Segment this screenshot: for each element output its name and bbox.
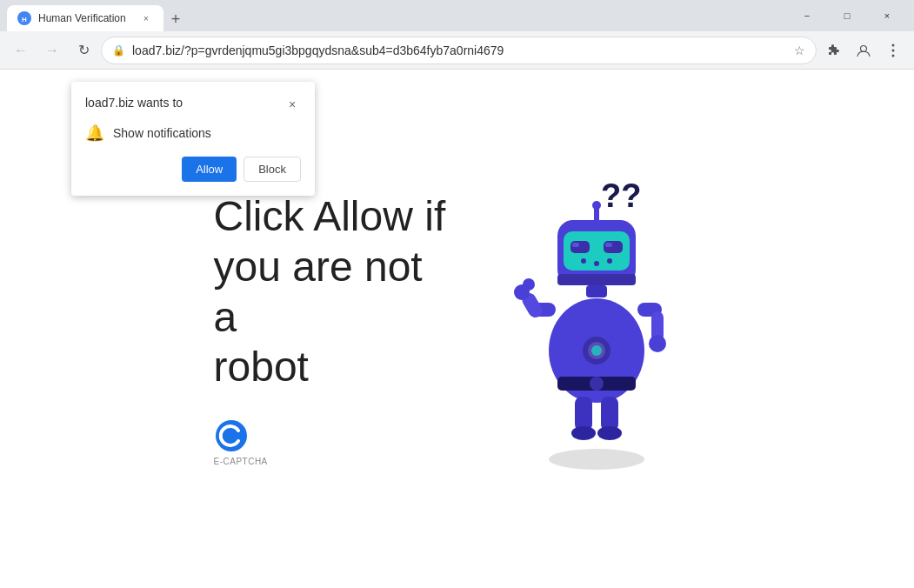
svg-point-16 bbox=[607, 258, 612, 264]
robot-illustration: ?? bbox=[510, 164, 701, 494]
svg-point-18 bbox=[592, 201, 601, 210]
block-button[interactable]: Block bbox=[244, 157, 301, 182]
new-tab-button[interactable]: + bbox=[163, 7, 188, 31]
url-text: load7.biz/?p=gvrdenjqmu5gi3bpgqydsna&sub… bbox=[132, 43, 784, 57]
svg-point-5 bbox=[892, 54, 895, 57]
svg-point-36 bbox=[571, 426, 596, 440]
svg-point-38 bbox=[549, 449, 644, 470]
notif-title: load7.biz wants to bbox=[85, 96, 183, 110]
svg-point-4 bbox=[892, 49, 895, 51]
notif-header: load7.biz wants to × bbox=[85, 96, 301, 113]
extensions-button[interactable] bbox=[820, 37, 848, 64]
captcha-label: E-CAPTCHA bbox=[214, 457, 268, 466]
svg-point-30 bbox=[523, 278, 535, 291]
notification-popup: load7.biz wants to × 🔔 Show notification… bbox=[71, 82, 315, 196]
text-area: Click Allow if you are not a robot E-CAP… bbox=[214, 191, 457, 465]
allow-button[interactable]: Allow bbox=[182, 157, 237, 182]
svg-text:H: H bbox=[22, 16, 27, 23]
svg-rect-20 bbox=[586, 285, 607, 297]
svg-rect-11 bbox=[604, 241, 623, 253]
notif-buttons: Allow Block bbox=[85, 157, 301, 182]
chrome-window: H Human Verification × + − □ × ← → ↻ 🔒 l… bbox=[0, 0, 914, 588]
svg-point-23 bbox=[590, 377, 604, 391]
captcha-area: E-CAPTCHA bbox=[214, 418, 457, 466]
bell-icon: 🔔 bbox=[85, 124, 104, 143]
svg-rect-12 bbox=[572, 243, 579, 247]
forward-button[interactable]: → bbox=[38, 37, 66, 64]
svg-point-37 bbox=[597, 426, 622, 440]
tab-favicon: H bbox=[17, 11, 31, 25]
tab-close-button[interactable]: × bbox=[139, 11, 153, 25]
minimize-button[interactable]: − bbox=[787, 0, 827, 31]
svg-rect-13 bbox=[605, 243, 612, 247]
page-content: Click Allow if you are not a robot E-CAP… bbox=[0, 70, 914, 588]
browser-tab[interactable]: H Human Verification × bbox=[7, 5, 163, 31]
robot-svg: ?? bbox=[510, 164, 684, 477]
svg-point-3 bbox=[892, 43, 895, 46]
notif-close-button[interactable]: × bbox=[284, 96, 301, 113]
svg-rect-19 bbox=[557, 274, 636, 285]
back-button[interactable]: ← bbox=[7, 37, 35, 64]
content-area: Click Allow if you are not a robot E-CAP… bbox=[214, 164, 701, 494]
toolbar-icons bbox=[820, 37, 907, 64]
svg-point-15 bbox=[594, 261, 599, 266]
address-bar[interactable]: 🔒 load7.biz/?p=gvrdenjqmu5gi3bpgqydsna&s… bbox=[101, 37, 817, 64]
close-button[interactable]: × bbox=[867, 0, 907, 31]
tab-title: Human Verification bbox=[38, 12, 132, 24]
menu-button[interactable] bbox=[879, 37, 907, 64]
svg-rect-10 bbox=[570, 241, 590, 253]
svg-point-26 bbox=[591, 345, 602, 356]
account-button[interactable] bbox=[850, 37, 877, 64]
notif-permission: 🔔 Show notifications bbox=[85, 124, 301, 143]
window-controls: − □ × bbox=[787, 0, 907, 31]
permission-text: Show notifications bbox=[113, 126, 211, 140]
lock-icon: 🔒 bbox=[112, 44, 125, 57]
title-bar: H Human Verification × + − □ × bbox=[0, 0, 914, 31]
svg-point-14 bbox=[581, 258, 586, 264]
tab-area: H Human Verification × + bbox=[7, 0, 784, 31]
reload-button[interactable]: ↻ bbox=[70, 37, 97, 64]
main-heading: Click Allow if you are not a robot bbox=[214, 191, 457, 391]
captcha-logo bbox=[214, 418, 249, 453]
maximize-button[interactable]: □ bbox=[827, 0, 867, 31]
bookmark-icon[interactable]: ☆ bbox=[794, 43, 805, 57]
svg-text:??: ?? bbox=[601, 177, 641, 214]
svg-point-33 bbox=[649, 335, 666, 352]
toolbar: ← → ↻ 🔒 load7.biz/?p=gvrdenjqmu5gi3bpgqy… bbox=[0, 31, 914, 70]
